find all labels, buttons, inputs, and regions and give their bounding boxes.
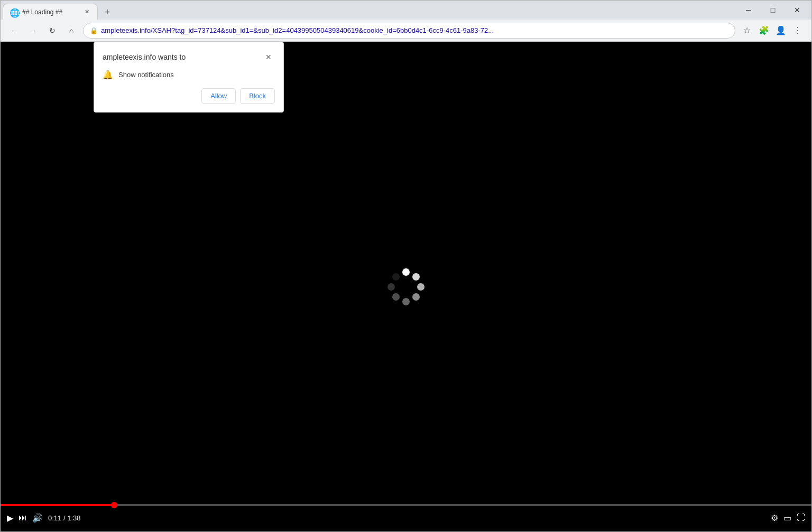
browser-tab[interactable]: 🌐 ## Loading ## ✕: [3, 4, 98, 20]
window-controls: ─ □ ✕: [736, 2, 811, 18]
address-input[interactable]: 🔒 ampleteexis.info/XSAH?tag_id=737124&su…: [83, 23, 735, 39]
popup-close-button[interactable]: ✕: [262, 51, 275, 63]
allow-button[interactable]: Allow: [201, 88, 236, 104]
fullscreen-button[interactable]: ⛶: [797, 513, 805, 522]
svg-point-2: [417, 283, 425, 291]
maximize-button[interactable]: □: [761, 2, 785, 18]
forward-button[interactable]: →: [26, 23, 41, 38]
loading-spinner: [385, 266, 427, 308]
time-total: 1:38: [67, 514, 80, 522]
svg-point-6: [387, 283, 395, 291]
extensions-icon[interactable]: 🧩: [756, 23, 771, 38]
svg-point-3: [412, 293, 420, 301]
popup-header: ampleteexis.info wants to ✕: [103, 51, 275, 63]
svg-point-1: [412, 273, 420, 281]
popup-actions: Allow Block: [103, 88, 275, 104]
video-controls: ▶ ⏭ 🔊 0:11 / 1:38 ⚙ ▭ ⛶: [1, 504, 811, 531]
progress-dot: [111, 502, 117, 508]
toolbar-icons: ☆ 🧩 👤 ⋮: [740, 23, 805, 38]
spinner-svg: [385, 266, 427, 308]
tab-strip: 🌐 ## Loading ## ✕ +: [1, 1, 115, 20]
refresh-button[interactable]: ↻: [45, 23, 60, 38]
lock-icon: 🔒: [90, 27, 98, 34]
settings-button[interactable]: ⚙: [771, 513, 778, 523]
progress-fill: [1, 504, 114, 506]
title-bar: 🌐 ## Loading ## ✕ + ─ □ ✕: [1, 1, 811, 20]
permission-text: Show notifications: [118, 71, 174, 79]
right-controls: ⚙ ▭ ⛶: [771, 513, 805, 523]
popup-permission: 🔔 Show notifications: [103, 70, 275, 80]
profile-icon[interactable]: 👤: [773, 23, 788, 38]
close-button[interactable]: ✕: [785, 2, 809, 18]
time-display: 0:11 / 1:38: [48, 514, 80, 522]
home-button[interactable]: ⌂: [64, 23, 79, 38]
notification-popup: ampleteexis.info wants to ✕ 🔔 Show notif…: [94, 42, 284, 113]
bell-icon: 🔔: [103, 70, 113, 80]
theater-button[interactable]: ▭: [783, 513, 791, 523]
url-text: ampleteexis.info/XSAH?tag_id=737124&sub_…: [101, 26, 728, 34]
minimize-button[interactable]: ─: [736, 2, 761, 18]
back-button[interactable]: ←: [7, 23, 22, 38]
time-current: 0:11: [48, 514, 61, 522]
block-button[interactable]: Block: [240, 88, 275, 104]
svg-point-4: [402, 298, 410, 305]
svg-point-7: [392, 273, 400, 281]
address-bar: ← → ↻ ⌂ 🔒 ampleteexis.info/XSAH?tag_id=7…: [1, 20, 811, 42]
browser-window: 🌐 ## Loading ## ✕ + ─ □ ✕ ← → ↻ ⌂ 🔒 ampl…: [0, 0, 812, 532]
tab-favicon-icon: 🌐: [10, 8, 18, 16]
next-button[interactable]: ⏭: [19, 513, 27, 522]
popup-title: ampleteexis.info wants to: [103, 53, 186, 61]
progress-bar[interactable]: [1, 504, 811, 506]
menu-icon[interactable]: ⋮: [790, 23, 805, 38]
new-tab-button[interactable]: +: [100, 5, 115, 20]
volume-button[interactable]: 🔊: [32, 513, 43, 523]
page-content: ampleteexis.info wants to ✕ 🔔 Show notif…: [1, 42, 811, 531]
svg-point-0: [402, 268, 410, 276]
svg-point-5: [392, 293, 400, 301]
tab-close-button[interactable]: ✕: [82, 8, 91, 16]
tab-title: ## Loading ##: [22, 8, 78, 16]
play-button[interactable]: ▶: [7, 513, 13, 523]
time-separator: /: [61, 514, 67, 522]
bookmark-icon[interactable]: ☆: [740, 23, 754, 38]
